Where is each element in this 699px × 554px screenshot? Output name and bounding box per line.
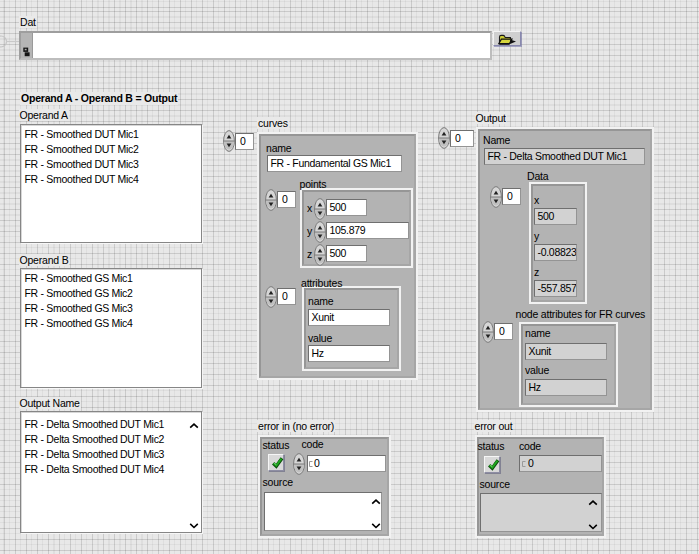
- data-y-label: y: [534, 230, 539, 242]
- points-label: points: [300, 178, 327, 190]
- node-attributes-value-field: Hz: [525, 379, 607, 396]
- node-attributes-value-label: value: [525, 364, 549, 376]
- path-control-label: Dat: [19, 16, 37, 28]
- attributes-index[interactable]: 0: [277, 288, 296, 305]
- scroll-down-icon[interactable]: [371, 522, 381, 530]
- curves-index-spinner[interactable]: [223, 130, 235, 152]
- curves-name-label: name: [266, 142, 291, 154]
- node-attributes-name-value: Xunit: [529, 345, 551, 357]
- operand-a-listbox[interactable]: FR - Smoothed DUT Mic1 FR - Smoothed DUT…: [20, 124, 202, 243]
- labview-front-panel: Dat Operand A - Operand B = Output Opera…: [0, 0, 699, 554]
- data-z-value: -557.857: [538, 282, 577, 294]
- attributes-value-field[interactable]: Hz: [308, 345, 390, 362]
- list-item[interactable]: FR - Smoothed DUT Mic4: [21, 172, 201, 187]
- list-item[interactable]: FR - Smoothed DUT Mic3: [21, 157, 201, 172]
- data-x-label: x: [534, 194, 539, 206]
- checkmark-icon: [486, 457, 500, 471]
- error-in-label: error in (no error): [257, 420, 335, 432]
- error-out-code-value: 0: [528, 457, 534, 469]
- output-name-field: FR - Delta Smoothed DUT Mic1: [484, 148, 645, 165]
- list-item[interactable]: FR - Smoothed GS Mic1: [21, 271, 201, 286]
- node-attributes-value-value: Hz: [529, 381, 541, 393]
- error-in-status-button[interactable]: [268, 454, 284, 471]
- error-in-source-field[interactable]: [264, 492, 382, 531]
- node-attributes-name-label: name: [525, 327, 550, 339]
- path-control[interactable]: [19, 31, 492, 60]
- output-name-field-label: Name: [483, 134, 510, 146]
- browse-button[interactable]: [493, 31, 521, 46]
- error-out-status-button[interactable]: [484, 456, 500, 473]
- points-z-label: z: [307, 248, 312, 260]
- data-label: Data: [527, 170, 548, 182]
- output-label: Output: [475, 112, 507, 124]
- list-item[interactable]: FR - Delta Smoothed DUT Mic4: [21, 462, 201, 477]
- error-in-code-field[interactable]: 0: [307, 455, 386, 472]
- points-z-spinner[interactable]: [314, 244, 326, 266]
- attributes-index-spinner[interactable]: [265, 286, 277, 308]
- node-attributes-index-spinner[interactable]: [482, 321, 494, 343]
- points-z-field[interactable]: 500: [326, 245, 367, 262]
- data-index[interactable]: 0: [502, 188, 521, 205]
- operand-b-label: Operand B: [19, 254, 70, 266]
- error-out-code-field: 0: [519, 455, 602, 472]
- points-y-field[interactable]: 105.879: [326, 222, 409, 239]
- node-attributes-name-field: Xunit: [525, 343, 607, 360]
- list-item[interactable]: FR - Smoothed DUT Mic1: [21, 127, 201, 142]
- points-x-field[interactable]: 500: [326, 199, 367, 216]
- path-type-icon: [23, 47, 30, 57]
- radix-icon: [309, 461, 313, 467]
- points-y-label: y: [307, 225, 312, 237]
- curves-index[interactable]: 0: [235, 133, 254, 150]
- curves-name-field[interactable]: FR - Fundamental GS Mic1: [267, 155, 402, 172]
- attributes-value-value: Hz: [312, 347, 324, 359]
- output-name-listbox[interactable]: FR - Delta Smoothed DUT Mic1 FR - Delta …: [20, 411, 202, 533]
- points-y-spinner[interactable]: [314, 221, 326, 243]
- operand-a-label: Operand A: [19, 109, 69, 121]
- attributes-label: attributes: [301, 277, 342, 289]
- data-x-field: 500: [534, 208, 577, 225]
- node-attributes-index[interactable]: 0: [494, 323, 513, 340]
- output-index-spinner[interactable]: [438, 127, 450, 149]
- error-in-code-spinner[interactable]: [293, 453, 305, 475]
- points-x-spinner[interactable]: [314, 198, 326, 220]
- list-item[interactable]: FR - Delta Smoothed DUT Mic2: [21, 432, 201, 447]
- list-item[interactable]: FR - Smoothed GS Mic3: [21, 301, 201, 316]
- list-items: FR - Delta Smoothed DUT Mic1 FR - Delta …: [21, 417, 201, 477]
- list-item[interactable]: FR - Smoothed GS Mic2: [21, 286, 201, 301]
- list-item[interactable]: FR - Delta Smoothed DUT Mic3: [21, 447, 201, 462]
- error-out-code-label: code: [519, 440, 541, 452]
- attributes-name-value: Xunit: [312, 311, 334, 323]
- error-out-status-label: status: [478, 440, 505, 452]
- output-name-label: Output Name: [19, 397, 81, 409]
- curves-label: curves: [257, 117, 289, 129]
- data-z-label: z: [534, 266, 539, 278]
- points-x-label: x: [307, 202, 312, 214]
- attributes-value-label: value: [308, 332, 332, 344]
- radix-icon: [522, 461, 526, 467]
- data-z-field: -557.857: [534, 280, 577, 297]
- page-title: Operand A - Operand B = Output: [20, 92, 178, 105]
- list-items: FR - Smoothed GS Mic1 FR - Smoothed GS M…: [21, 271, 201, 331]
- points-index[interactable]: 0: [277, 191, 296, 208]
- output-name-value: FR - Delta Smoothed DUT Mic1: [488, 150, 628, 162]
- scroll-up-icon[interactable]: [189, 422, 199, 430]
- scroll-down-icon[interactable]: [588, 523, 598, 531]
- list-item[interactable]: FR - Smoothed DUT Mic2: [21, 142, 201, 157]
- points-index-spinner[interactable]: [265, 189, 277, 211]
- data-y-value: -0.08823: [538, 246, 577, 258]
- curves-name-value: FR - Fundamental GS Mic1: [271, 157, 392, 169]
- scroll-up-icon[interactable]: [588, 499, 598, 507]
- operand-b-listbox[interactable]: FR - Smoothed GS Mic1 FR - Smoothed GS M…: [20, 268, 202, 388]
- points-x-value: 500: [330, 201, 347, 213]
- error-in-code-label: code: [302, 438, 324, 450]
- folder-open-icon: [497, 33, 519, 46]
- attributes-name-field[interactable]: Xunit: [308, 309, 390, 326]
- data-index-spinner[interactable]: [490, 186, 502, 208]
- list-item[interactable]: FR - Smoothed GS Mic4: [21, 316, 201, 331]
- list-item[interactable]: FR - Delta Smoothed DUT Mic1: [21, 417, 201, 432]
- scroll-down-icon[interactable]: [189, 522, 199, 530]
- scroll-up-icon[interactable]: [371, 498, 381, 506]
- error-in-source-label: source: [263, 476, 293, 488]
- node-attributes-label: node attributes for FR curves: [516, 308, 646, 320]
- output-index[interactable]: 0: [450, 130, 474, 147]
